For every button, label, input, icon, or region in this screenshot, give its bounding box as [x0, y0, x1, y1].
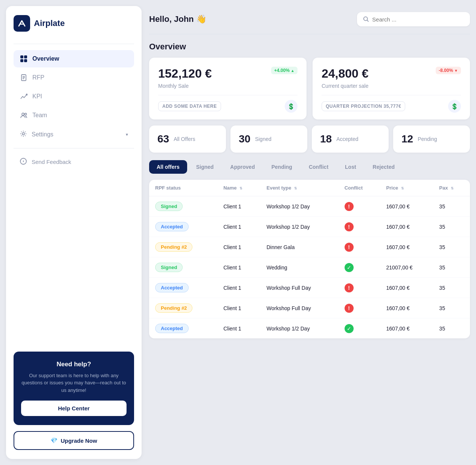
- settings-chevron: ▾: [126, 132, 128, 137]
- conflict-icon-green: ✓: [345, 263, 354, 272]
- stat-number-pending: 12: [401, 133, 413, 145]
- main-content: Hello, John 👋 Overview 152,120 € +4.00% …: [142, 0, 476, 465]
- tab-rejected[interactable]: Rejected: [365, 160, 402, 174]
- sidebar-item-label: RFP: [32, 74, 44, 81]
- stats-row: 63 All Offers 30 Signed 18 Accepted 12 P…: [149, 125, 470, 153]
- app-name: Airplate: [34, 18, 65, 28]
- sidebar-item-kpi[interactable]: KPI: [14, 88, 134, 105]
- conflict-icon-red: !: [345, 202, 354, 211]
- svg-rect-0: [20, 55, 23, 58]
- stat-label-pending: Pending: [418, 136, 437, 142]
- cell-conflict: !: [339, 298, 380, 318]
- cell-name: Client 1: [217, 298, 261, 318]
- sidebar-item-overview[interactable]: Overview: [14, 50, 134, 67]
- sort-arrows-event[interactable]: ⇅: [294, 187, 297, 190]
- help-center-button[interactable]: Help Center: [21, 401, 127, 416]
- table-row: Signed Client 1 Workshop 1/2 Day ! 1607,…: [149, 196, 470, 217]
- cell-price: 1607,00 €: [380, 196, 433, 217]
- cell-name: Client 1: [217, 318, 261, 339]
- sidebar: Airplate Overview RFP: [6, 6, 142, 459]
- table-row: Accepted Client 1 Workshop 1/2 Day ✓ 160…: [149, 318, 470, 339]
- table-body: Signed Client 1 Workshop 1/2 Day ! 1607,…: [149, 196, 470, 339]
- sort-arrows-pax[interactable]: ⇅: [451, 187, 454, 190]
- cell-pax: 35: [433, 237, 470, 257]
- stat-card-signed: 30 Signed: [230, 125, 307, 153]
- conflict-icon-red: !: [345, 243, 354, 252]
- search-bar[interactable]: [357, 12, 470, 26]
- sidebar-item-rfp[interactable]: RFP: [14, 69, 134, 86]
- table-row: Pending #2 Client 1 Dinner Gala ! 1607,0…: [149, 237, 470, 257]
- cell-price: 1607,00 €: [380, 298, 433, 318]
- status-badge: Accepted: [155, 324, 189, 333]
- sidebar-item-label: Team: [32, 112, 47, 119]
- logo-icon: [14, 15, 30, 32]
- status-badge: Accepted: [155, 283, 189, 292]
- col-event-type: Event type ⇅: [261, 180, 339, 196]
- sort-arrows-price[interactable]: ⇅: [401, 187, 404, 190]
- header-divider: [149, 34, 470, 34]
- sidebar-item-label: Settings: [32, 131, 53, 138]
- svg-rect-3: [24, 59, 27, 62]
- stat-number-signed: 30: [239, 133, 250, 145]
- cell-name: Client 1: [217, 257, 261, 278]
- chart-icon: [20, 92, 28, 101]
- grid-icon: [20, 55, 28, 63]
- table-row: Pending #2 Client 1 Workshop Full Day ! …: [149, 298, 470, 318]
- svg-point-10: [25, 113, 27, 115]
- cell-event-type: Workshop 1/2 Day: [261, 196, 339, 217]
- gear-icon: [20, 130, 27, 139]
- dollar-icon-monthly: 💲: [285, 100, 298, 113]
- cell-event-type: Workshop 1/2 Day: [261, 217, 339, 237]
- search-input[interactable]: [372, 16, 464, 23]
- send-feedback-label: Send Feedback: [32, 159, 71, 165]
- sidebar-item-label: Overview: [32, 55, 59, 62]
- status-badge: Pending #2: [155, 303, 192, 313]
- tab-signed[interactable]: Signed: [189, 160, 221, 174]
- cell-name: Client 1: [217, 278, 261, 298]
- tab-lost[interactable]: Lost: [337, 160, 364, 174]
- sidebar-item-team[interactable]: Team: [14, 107, 134, 124]
- status-badge: Signed: [155, 263, 183, 272]
- sidebar-item-settings[interactable]: Settings ▾: [14, 125, 134, 144]
- sidebar-divider-mid: [14, 148, 134, 148]
- cell-price: 1607,00 €: [380, 278, 433, 298]
- tab-conflict[interactable]: Conflict: [301, 160, 336, 174]
- tab-pending[interactable]: Pending: [264, 160, 300, 174]
- cell-pax: 35: [433, 298, 470, 318]
- col-conflict: Conflict: [339, 180, 380, 196]
- greeting-text: Hello, John 👋: [149, 14, 206, 24]
- sort-arrows-name[interactable]: ⇅: [240, 187, 243, 190]
- stat-label-signed: Signed: [255, 136, 272, 142]
- cell-name: Client 1: [217, 217, 261, 237]
- col-name: Name ⇅: [217, 180, 261, 196]
- cell-conflict: ✓: [339, 318, 380, 339]
- send-feedback-item[interactable]: Send Feedback: [14, 153, 134, 171]
- table-row: Accepted Client 1 Workshop Full Day ! 16…: [149, 278, 470, 298]
- metric-badge-quarter: -8.00%: [436, 67, 461, 74]
- cell-status: Pending #2: [149, 298, 217, 318]
- cell-conflict: !: [339, 217, 380, 237]
- tab-approved[interactable]: Approved: [223, 160, 262, 174]
- arrow-up-icon: [291, 68, 294, 73]
- cell-conflict: !: [339, 278, 380, 298]
- arrow-down-icon: [454, 68, 458, 73]
- upgrade-button[interactable]: 💎 Upgrade Now: [14, 431, 134, 450]
- table-row: Accepted Client 1 Workshop 1/2 Day ! 160…: [149, 217, 470, 237]
- help-card: Need help? Our support team is here to h…: [14, 352, 134, 425]
- cell-pax: 35: [433, 217, 470, 237]
- conflict-icon-red: !: [345, 222, 354, 231]
- metric-label-quarter: Current quarter sale: [322, 83, 461, 89]
- cell-pax: 35: [433, 278, 470, 298]
- search-icon: [363, 16, 369, 23]
- cell-status: Signed: [149, 257, 217, 278]
- cell-price: 1607,00 €: [380, 217, 433, 237]
- diamond-icon: 💎: [50, 437, 58, 444]
- cell-conflict: !: [339, 237, 380, 257]
- cell-name: Client 1: [217, 196, 261, 217]
- file-icon: [20, 73, 28, 82]
- stat-label-accepted: Accepted: [336, 136, 358, 142]
- cell-pax: 35: [433, 196, 470, 217]
- logo-area: Airplate: [14, 15, 134, 32]
- tab-all-offers[interactable]: All offers: [149, 160, 187, 174]
- conflict-icon-red: !: [345, 304, 354, 313]
